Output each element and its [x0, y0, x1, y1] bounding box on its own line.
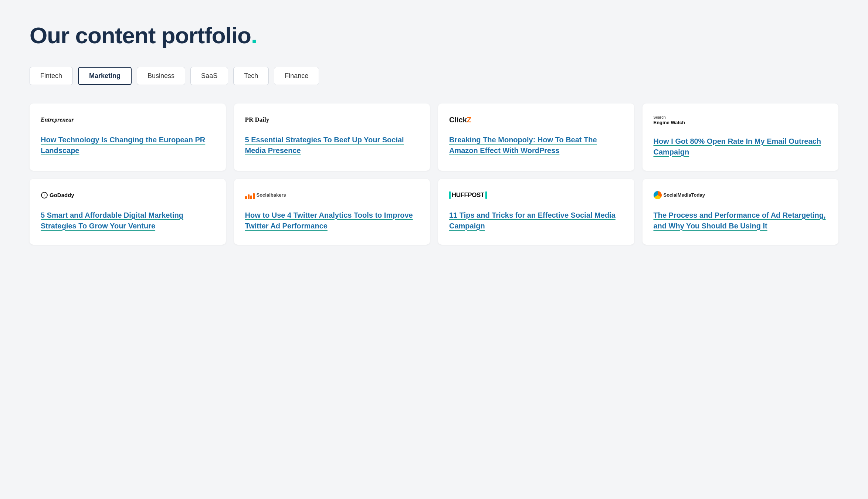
card-publisher-7: SocialMediaToday: [654, 191, 828, 200]
filter-tab-saas[interactable]: SaaS: [190, 67, 228, 85]
filter-tab-finance[interactable]: Finance: [274, 67, 319, 85]
card-publisher-3: SearchEngine Watch: [654, 115, 828, 126]
portfolio-card: PR Daily 5 Essential Strategies To Beef …: [234, 103, 430, 171]
card-publisher-6: HUFFPOST: [449, 191, 623, 200]
filter-tab-marketing[interactable]: Marketing: [78, 67, 132, 85]
page-title: Our content portfolio.: [30, 22, 838, 48]
card-title-4[interactable]: 5 Smart and Affordable Digital Marketing…: [41, 210, 215, 231]
portfolio-card: GoDaddy 5 Smart and Affordable Digital M…: [30, 179, 226, 245]
publisher-logo: Entrepreneur: [41, 116, 74, 123]
card-publisher-4: GoDaddy: [41, 191, 215, 200]
portfolio-card: HUFFPOST 11 Tips and Tricks for an Effec…: [438, 179, 634, 245]
card-title-2[interactable]: Breaking The Monopoly: How To Beat The A…: [449, 135, 623, 156]
portfolio-card: SocialMediaToday The Process and Perform…: [642, 179, 839, 245]
filter-tab-business[interactable]: Business: [137, 67, 185, 85]
filter-tab-fintech[interactable]: Fintech: [30, 67, 73, 85]
filter-tabs: FintechMarketingBusinessSaaSTechFinance: [30, 67, 838, 85]
publisher-logo: ClickZ: [449, 116, 471, 124]
publisher-logo: SearchEngine Watch: [654, 115, 685, 126]
card-publisher-1: PR Daily: [245, 115, 419, 124]
card-title-6[interactable]: 11 Tips and Tricks for an Effective Soci…: [449, 210, 623, 231]
card-title-7[interactable]: The Process and Performance of Ad Retarg…: [654, 210, 828, 231]
card-title-0[interactable]: How Technology Is Changing the European …: [41, 135, 215, 156]
card-publisher-2: ClickZ: [449, 115, 623, 124]
portfolio-card: Entrepreneur How Technology Is Changing …: [30, 103, 226, 171]
portfolio-card: Socialbakers How to Use 4 Twitter Analyt…: [234, 179, 430, 245]
publisher-logo: SocialMediaToday: [654, 191, 705, 199]
filter-tab-tech[interactable]: Tech: [233, 67, 269, 85]
cards-grid: Entrepreneur How Technology Is Changing …: [30, 103, 838, 245]
card-title-1[interactable]: 5 Essential Strategies To Beef Up Your S…: [245, 135, 419, 156]
card-title-3[interactable]: How I Got 80% Open Rate In My Email Outr…: [654, 136, 828, 157]
portfolio-card: SearchEngine Watch How I Got 80% Open Ra…: [642, 103, 839, 171]
publisher-logo: Socialbakers: [245, 191, 286, 199]
publisher-logo: PR Daily: [245, 116, 269, 123]
portfolio-card: ClickZ Breaking The Monopoly: How To Bea…: [438, 103, 634, 171]
card-publisher-0: Entrepreneur: [41, 115, 215, 124]
card-publisher-5: Socialbakers: [245, 191, 419, 200]
publisher-logo: HUFFPOST: [449, 191, 487, 199]
card-title-5[interactable]: How to Use 4 Twitter Analytics Tools to …: [245, 210, 419, 231]
publisher-logo: GoDaddy: [41, 191, 74, 199]
